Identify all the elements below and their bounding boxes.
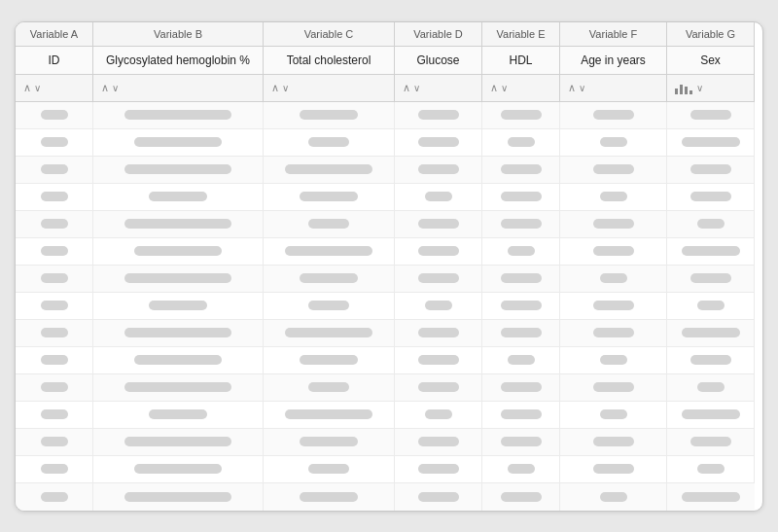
variable-header-0: Variable A <box>16 22 93 47</box>
table-row <box>264 102 395 129</box>
table-row <box>560 402 667 429</box>
table-row <box>16 129 93 157</box>
table-row <box>93 402 264 429</box>
field-header-0[interactable]: ID <box>16 47 93 75</box>
table-row <box>667 211 755 238</box>
data-pill <box>593 110 634 120</box>
sort-header-2[interactable]: ∧ ∨ <box>264 75 395 102</box>
wave-icon: ∧ <box>403 82 410 94</box>
data-pill <box>501 409 542 419</box>
table-row <box>395 157 482 184</box>
table-row <box>482 374 560 402</box>
table-row <box>395 320 482 347</box>
data-pill <box>134 355 222 365</box>
table-row <box>93 157 264 184</box>
data-pill <box>41 492 68 502</box>
field-header-3[interactable]: Glucose <box>395 47 482 75</box>
data-pill <box>508 246 535 256</box>
data-pill <box>697 219 725 229</box>
data-pill <box>697 464 725 474</box>
table-row <box>395 483 482 511</box>
data-pill <box>501 382 542 392</box>
sort-header-5[interactable]: ∧ ∨ <box>560 75 667 102</box>
table-row <box>560 347 667 374</box>
data-pill <box>300 110 358 120</box>
data-pill <box>600 492 627 502</box>
data-pill <box>124 219 231 229</box>
table-row <box>482 102 560 129</box>
data-pill <box>501 492 542 502</box>
data-pill <box>682 137 740 147</box>
table-row <box>93 211 264 238</box>
data-pill <box>308 464 349 474</box>
sort-chevron: ∨ <box>696 83 703 93</box>
data-pill <box>600 192 627 201</box>
table-row <box>482 184 560 211</box>
data-pill <box>134 137 222 147</box>
data-pill <box>501 110 542 120</box>
table-row <box>482 157 560 184</box>
data-pill <box>593 328 634 337</box>
table-row <box>16 266 93 293</box>
table-row <box>482 320 560 347</box>
table-row <box>264 374 395 402</box>
sort-header-3[interactable]: ∧ ∨ <box>395 75 482 102</box>
table-row <box>482 238 560 266</box>
table-row <box>264 157 395 184</box>
sort-chevron: ∨ <box>282 83 289 93</box>
variable-header-2: Variable C <box>264 22 395 47</box>
data-pill <box>690 437 731 446</box>
wave-icon: ∧ <box>568 82 576 94</box>
data-pill <box>508 137 535 147</box>
data-pill <box>41 464 68 474</box>
table-row <box>395 347 482 374</box>
table-row <box>395 266 482 293</box>
sort-header-0[interactable]: ∧ ∨ <box>16 75 93 102</box>
data-pill <box>690 355 731 365</box>
sort-header-4[interactable]: ∧ ∨ <box>482 75 560 102</box>
sort-chevron: ∨ <box>579 83 585 93</box>
table-row <box>93 266 264 293</box>
table-row <box>395 211 482 238</box>
data-table: Variable AVariable BVariable CVariable D… <box>15 21 763 512</box>
variable-header-3: Variable D <box>395 22 482 47</box>
sort-chevron: ∨ <box>112 83 119 93</box>
field-header-2[interactable]: Total cholesterol <box>264 47 395 75</box>
wave-icon: ∧ <box>23 82 31 94</box>
table-row <box>395 456 482 483</box>
table-row <box>395 238 482 266</box>
table-row <box>264 211 395 238</box>
table-row <box>395 184 482 211</box>
data-pill <box>285 246 372 256</box>
table-row <box>482 211 560 238</box>
table-row <box>395 429 482 456</box>
table-row <box>560 102 667 129</box>
table-row <box>482 483 560 511</box>
field-header-6[interactable]: Sex <box>667 47 755 75</box>
table-row <box>667 266 755 293</box>
field-header-1[interactable]: Glycosylated hemoglobin % <box>93 47 264 75</box>
variable-header-1: Variable B <box>93 22 264 47</box>
data-pill <box>425 192 452 201</box>
data-pill <box>285 164 372 174</box>
data-pill <box>418 355 459 365</box>
table-row <box>560 483 667 511</box>
data-pill <box>418 382 459 392</box>
sort-header-1[interactable]: ∧ ∨ <box>93 75 264 102</box>
table-row <box>560 266 667 293</box>
table-row <box>560 293 667 320</box>
data-pill <box>41 409 68 419</box>
table-row <box>16 211 93 238</box>
table-row <box>93 238 264 266</box>
table-row <box>16 184 93 211</box>
sort-header-6[interactable]: ∨ <box>667 75 755 102</box>
data-pill <box>41 437 68 446</box>
table-row <box>16 238 93 266</box>
data-pill <box>41 246 68 256</box>
table-row <box>667 429 755 456</box>
field-header-4[interactable]: HDL <box>482 47 560 75</box>
data-pill <box>425 301 452 310</box>
field-header-5[interactable]: Age in years <box>560 47 667 75</box>
table-row <box>560 129 667 157</box>
data-pill <box>300 273 358 283</box>
